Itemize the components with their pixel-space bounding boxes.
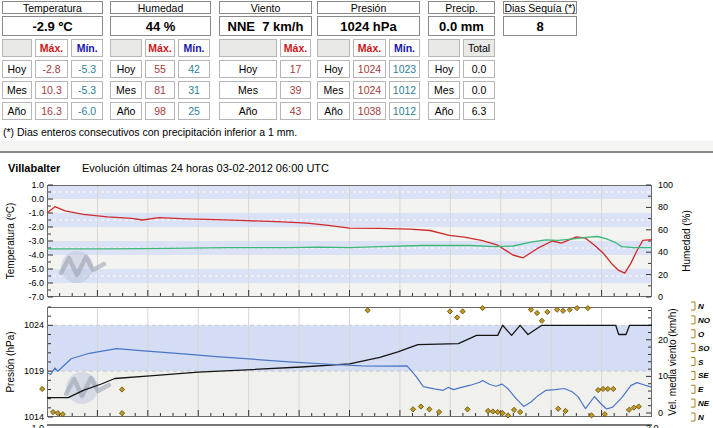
row-label: Año xyxy=(110,102,142,120)
blank-cell xyxy=(428,39,460,57)
pressure-axis-label: Presión (hPa) xyxy=(5,331,16,392)
humidity-axis-label: Humedad (%) xyxy=(681,210,692,272)
table-header-row: Total xyxy=(428,39,495,57)
table-row: Año 98 25 xyxy=(110,102,211,120)
next-chart-right-label: 2.0 xyxy=(646,423,659,428)
current-wind: NNE 7 km/h xyxy=(219,16,312,36)
direction-bracket xyxy=(691,371,695,379)
max-value: 1038 xyxy=(353,102,386,120)
temperature-axis-label: Temperatura (ºC) xyxy=(5,203,16,279)
direction-label: SE xyxy=(698,371,709,380)
table-row: Hoy 55 42 xyxy=(110,60,211,78)
chart1-left-tick: -7.0 xyxy=(28,292,44,302)
blank-cell xyxy=(219,39,277,57)
wind-direction-marker xyxy=(545,309,550,314)
max-value: -2.8 xyxy=(35,60,69,78)
current-humidity: 44 % xyxy=(110,16,211,36)
current-temperature: -2.9 ºC xyxy=(2,16,103,36)
total-value: 0.0 xyxy=(463,81,495,99)
direction-label: O xyxy=(698,330,705,339)
summary-group-viento: Viento NNE 7 km/h Máx. Hoy 17 Mes 39 Año… xyxy=(219,1,312,123)
row-label: Año xyxy=(219,102,277,120)
table-header-row: Máx. Mín. xyxy=(110,39,211,57)
chart2-left-tick: 1024 xyxy=(24,320,44,330)
row-label: Año xyxy=(317,102,350,120)
table-row: Año 43 xyxy=(219,102,312,120)
chart-header: Villabalter Evolución últimas 24 horas 0… xyxy=(0,162,713,176)
chart1-left-tick: 0.0 xyxy=(31,194,44,204)
direction-label: SO xyxy=(698,344,710,353)
table-row: Mes 1024 1012 xyxy=(317,81,420,99)
table-row: Mes 81 31 xyxy=(110,81,211,99)
direction-label: N xyxy=(698,302,704,311)
min-value: 1012 xyxy=(389,102,420,120)
chart1-left-tick: -2.0 xyxy=(28,222,44,232)
group-title: Humedad xyxy=(110,1,211,14)
summary-group-humedad: Humedad 44 % Máx. Mín. Hoy 55 42 Mes 81 … xyxy=(110,1,211,123)
max-value: 16.3 xyxy=(35,102,69,120)
blank-cell xyxy=(2,39,32,57)
row-label: Hoy xyxy=(317,60,350,78)
wind-direction-marker xyxy=(574,306,579,311)
row-label: Mes xyxy=(110,81,142,99)
max-header: Máx. xyxy=(145,39,175,57)
group-title: Precip. xyxy=(428,1,495,14)
direction-label: E xyxy=(698,385,704,394)
direction-label: NO xyxy=(698,316,711,325)
max-value: 39 xyxy=(280,81,311,99)
row-label: Año xyxy=(428,102,460,120)
chart2-left-tick: 1014 xyxy=(24,412,44,422)
min-header: Mín. xyxy=(178,39,210,57)
separator-band xyxy=(0,141,713,151)
wind-axis-label: Vel. media viento (km/h) xyxy=(667,308,678,415)
table-row: Año 16.3 -6.0 xyxy=(2,102,103,120)
wind-direction-marker xyxy=(534,310,539,315)
min-header: Mín. xyxy=(71,39,103,57)
row-label: Hoy xyxy=(428,60,460,78)
chart-title: Evolución últimas 24 horas 03-02-2012 06… xyxy=(82,162,329,174)
max-value: 17 xyxy=(280,60,311,78)
min-value: 25 xyxy=(178,102,210,120)
min-value: 1023 xyxy=(389,60,420,78)
chart1-left-tick: 1.0 xyxy=(31,180,44,190)
table-header-row: Máx. Mín. xyxy=(2,39,103,57)
max-header: Máx. xyxy=(280,39,311,57)
chart1-left-tick: -5.0 xyxy=(28,264,44,274)
max-header: Máx. xyxy=(35,39,69,57)
group-title: Dias Sequía (*) xyxy=(503,1,577,14)
group-title: Temperatura xyxy=(2,1,103,14)
wind-direction-marker xyxy=(585,306,590,311)
group-title: Viento xyxy=(219,1,312,14)
direction-label: NE xyxy=(698,399,710,408)
max-value: 1024 xyxy=(353,81,386,99)
group-title: Presión xyxy=(317,1,420,14)
separator-line xyxy=(0,151,713,153)
max-value: 10.3 xyxy=(35,81,69,99)
direction-bracket xyxy=(691,399,695,407)
min-value: 1012 xyxy=(389,81,420,99)
min-value: 31 xyxy=(178,81,210,99)
chart1-left-tick: -3.0 xyxy=(28,236,44,246)
wind-direction-marker xyxy=(560,308,565,313)
table-row: Mes 39 xyxy=(219,81,312,99)
current-pressure: 1024 hPa xyxy=(317,16,420,36)
row-label: Mes xyxy=(428,81,460,99)
summary-group-presion: Presión 1024 hPa Máx. Mín. Hoy 1024 1023… xyxy=(317,1,420,123)
total-header: Total xyxy=(463,39,495,57)
row-label: Hoy xyxy=(2,60,32,78)
wind-direction-marker xyxy=(447,309,452,314)
current-dry-days: 8 xyxy=(503,16,577,36)
table-row: Mes 0.0 xyxy=(428,81,495,99)
direction-bracket xyxy=(691,385,695,393)
table-header-row: Máx. Mín. xyxy=(317,39,420,57)
row-label: Mes xyxy=(219,81,277,99)
direction-bracket xyxy=(691,358,695,366)
max-value: 81 xyxy=(145,81,175,99)
chart1-right-tick: 80 xyxy=(658,202,668,212)
total-value: 0.0 xyxy=(463,60,495,78)
table-row: Hoy -2.8 -5.3 xyxy=(2,60,103,78)
table-row: Hoy 17 xyxy=(219,60,312,78)
table-row: Hoy 0.0 xyxy=(428,60,495,78)
row-label: Mes xyxy=(2,81,32,99)
table-row: Año 6.3 xyxy=(428,102,495,120)
